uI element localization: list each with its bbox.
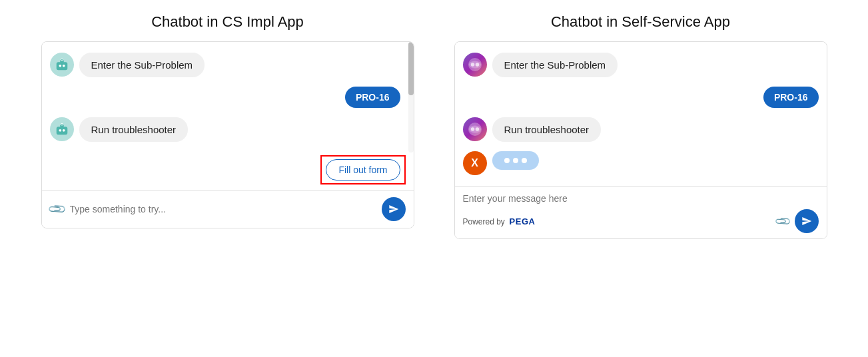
- svg-point-1: [59, 65, 61, 67]
- svg-point-6: [59, 129, 61, 132]
- user-x-typing-row: X: [463, 151, 819, 175]
- right-panel-title: Chatbot in Self-Service App: [454, 13, 827, 31]
- left-chat-panel: Chatbot in CS Impl App: [41, 13, 414, 228]
- right-attach-icon[interactable]: 📎: [773, 212, 792, 230]
- typing-dot-2: [513, 158, 518, 163]
- svg-point-11: [470, 63, 474, 67]
- svg-point-12: [475, 63, 479, 67]
- svg-point-14: [470, 127, 474, 131]
- user-x-avatar: X: [463, 151, 487, 175]
- svg-point-15: [475, 127, 479, 131]
- right-bot-avatar-2: [463, 117, 487, 141]
- bot-bubble-2: Run troubleshooter: [79, 117, 189, 142]
- right-bot-bubble-1: Enter the Sub-Problem: [492, 53, 618, 77]
- right-bot-message-2: Run troubleshooter: [463, 117, 819, 142]
- left-chat-window: Enter the Sub-Problem PRO-16: [41, 41, 414, 228]
- svg-rect-0: [56, 62, 67, 70]
- right-bot-bubble-2: Run troubleshooter: [492, 117, 602, 142]
- right-chat-input[interactable]: [463, 193, 819, 204]
- left-send-button[interactable]: [382, 197, 406, 221]
- right-send-icon: [801, 216, 812, 226]
- right-chat-window: Enter the Sub-Problem PRO-16 Run trouble…: [454, 41, 827, 239]
- pega-brand: PEGA: [510, 216, 536, 226]
- right-messages: Enter the Sub-Problem PRO-16 Run trouble…: [455, 42, 827, 186]
- scrollbar-track[interactable]: [408, 42, 414, 153]
- powered-by-row: Powered by PEGA 📎: [463, 208, 819, 234]
- left-messages: Enter the Sub-Problem PRO-16: [42, 42, 414, 153]
- typing-dot-1: [504, 158, 510, 163]
- left-chat-input[interactable]: [70, 204, 376, 214]
- left-panel-title: Chatbot in CS Impl App: [41, 13, 414, 31]
- svg-point-10: [469, 61, 481, 69]
- right-chat-panel: Chatbot in Self-Service App Enter the Su…: [454, 13, 827, 239]
- left-messages-container: Enter the Sub-Problem PRO-16: [42, 42, 414, 153]
- svg-point-9: [61, 123, 63, 125]
- fill-out-form-highlight: Fill out form: [320, 155, 405, 184]
- attach-icon[interactable]: 📎: [47, 198, 67, 219]
- right-user-message-1: PRO-16: [463, 87, 819, 108]
- right-input-row: [463, 193, 819, 204]
- scrollbar-thumb[interactable]: [408, 42, 414, 95]
- svg-point-2: [62, 65, 65, 67]
- right-bot-message-1: Enter the Sub-Problem: [463, 53, 819, 77]
- svg-rect-5: [56, 127, 67, 135]
- right-chat-footer: Powered by PEGA 📎: [455, 186, 827, 238]
- svg-point-7: [62, 129, 65, 132]
- right-user-badge-1: PRO-16: [763, 87, 819, 108]
- powered-by-text: Powered by PEGA: [463, 216, 536, 226]
- svg-point-4: [61, 59, 63, 61]
- bot-avatar-2: [50, 117, 74, 141]
- bot-message-2: Run troubleshooter: [50, 117, 400, 142]
- typing-dot-3: [522, 158, 527, 163]
- user-message-1: PRO-16: [50, 87, 400, 108]
- send-icon: [388, 204, 399, 214]
- fill-out-form-button[interactable]: Fill out form: [326, 159, 400, 180]
- left-input-area: 📎: [42, 190, 414, 228]
- right-action-buttons: 📎: [776, 209, 819, 233]
- bot-message-1: Enter the Sub-Problem: [50, 53, 400, 77]
- quick-replies-area: Fill out form: [42, 153, 414, 190]
- bot-avatar-1: [50, 53, 74, 77]
- right-bot-avatar-1: [463, 53, 487, 77]
- user-badge-1: PRO-16: [345, 87, 400, 108]
- bot-bubble-1: Enter the Sub-Problem: [79, 53, 205, 77]
- right-send-button[interactable]: [795, 209, 819, 233]
- typing-indicator: [492, 151, 539, 170]
- svg-point-13: [469, 126, 481, 133]
